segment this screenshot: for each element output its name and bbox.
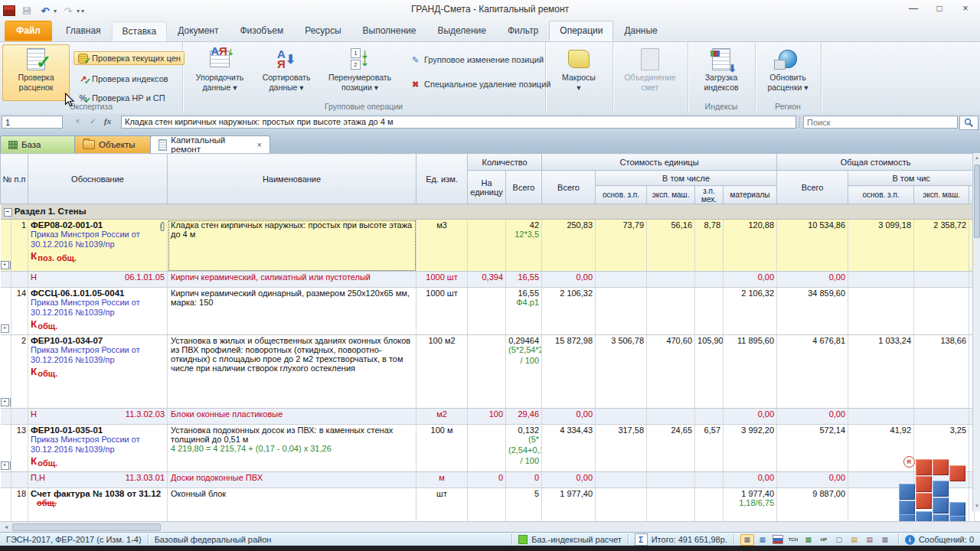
position-row-18[interactable]: 18 Счет фактура № 1038 от 31.12 общ. Око… bbox=[1, 488, 975, 522]
cell-uc-exp[interactable] bbox=[647, 272, 695, 288]
cell-justification[interactable]: ФЕР08-02-001-01 Приказ Минстроя России о… bbox=[28, 220, 168, 272]
page-view-icon[interactable]: ▢ bbox=[832, 534, 846, 546]
cell-tc-total[interactable]: 0,00 bbox=[777, 472, 848, 488]
cell-num[interactable] bbox=[11, 272, 28, 288]
cell-qty-total[interactable]: 0 bbox=[506, 472, 542, 488]
cell-uc-zpm[interactable]: 105,90 bbox=[695, 335, 724, 409]
cell-uc-osn[interactable] bbox=[596, 488, 647, 522]
cell-uc-exp[interactable]: 24,65 bbox=[647, 425, 695, 472]
cell-num[interactable]: 1 bbox=[11, 220, 28, 272]
cell-justification[interactable]: ФЕР10-01-034-07 Приказ Минстроя России о… bbox=[28, 335, 168, 409]
cell-tc-total[interactable]: 572,14 bbox=[777, 425, 848, 472]
doc-tab-kapremont[interactable]: Капитальный ремонт × bbox=[150, 135, 270, 153]
cell-tc-total[interactable]: 9 887,00 bbox=[777, 488, 848, 522]
cell-uc-zpm[interactable] bbox=[695, 409, 724, 425]
position-row-1[interactable]: + + 1 ФЕР08-02-001-01 Приказ Минстроя Ро… bbox=[1, 220, 975, 272]
resources-view-icon[interactable]: ▦ bbox=[756, 534, 769, 546]
horizontal-scrollbar[interactable]: ◄ bbox=[0, 521, 980, 532]
collapse-icon[interactable]: − bbox=[4, 208, 12, 217]
expand-icon[interactable]: + bbox=[1, 324, 9, 333]
cell-qty-per[interactable] bbox=[468, 335, 506, 409]
cell-unit[interactable]: м bbox=[416, 472, 468, 488]
cell-uc-zpm[interactable]: 6,57 bbox=[695, 425, 724, 472]
cell-tc-osn[interactable] bbox=[848, 409, 914, 425]
cell-qty-per[interactable] bbox=[468, 425, 506, 472]
cell-qty-per[interactable] bbox=[468, 288, 506, 335]
cell-uc-total[interactable]: 2 106,32 bbox=[542, 288, 596, 335]
cell-name[interactable]: Кладка стен кирпичных наружных: простых … bbox=[168, 220, 416, 272]
green-table-view-icon[interactable]: ▦ bbox=[802, 534, 815, 546]
cell-name[interactable]: Установка в жилых и общественных зданиях… bbox=[168, 335, 416, 409]
cell-qty-per[interactable]: 0 bbox=[468, 472, 506, 488]
tab-dannye[interactable]: Данные bbox=[613, 21, 668, 41]
cell-tc-exp[interactable]: 138,66 bbox=[914, 335, 969, 409]
special-delete-button[interactable]: ✖ Специальное удаление позиций bbox=[406, 77, 554, 91]
expand-icon[interactable]: + bbox=[1, 461, 9, 470]
order-data-button[interactable]: АЯ⇣ Упорядочить данные ▾ bbox=[188, 44, 251, 101]
load-indexes-button[interactable]: ⬇ Загрузка индексов bbox=[690, 44, 753, 101]
cell-unit[interactable]: 100 м2 bbox=[416, 335, 468, 409]
tab-file[interactable]: Файл bbox=[5, 21, 52, 41]
cell-uc-mat[interactable]: 11 895,60 bbox=[724, 335, 777, 409]
tab-glavnaya[interactable]: Главная bbox=[55, 21, 112, 41]
cell-num[interactable]: 2 bbox=[11, 335, 28, 409]
position-row-13[interactable]: + + 13 ФЕР10-01-035-01 Приказ Минстроя Р… bbox=[1, 425, 975, 472]
total-indicator[interactable]: Σ Итого: 491 651,98р. bbox=[629, 533, 733, 546]
cell-unit[interactable]: шт bbox=[416, 488, 468, 522]
cell-num[interactable]: 13 bbox=[11, 425, 28, 472]
close-button[interactable]: × bbox=[952, 0, 978, 17]
sort-data-button[interactable]: АЯ ⬇ Сортировать данные ▾ bbox=[255, 44, 318, 101]
cell-uc-osn[interactable]: 317,58 bbox=[596, 425, 647, 472]
cell-tc-total[interactable]: 10 534,86 bbox=[777, 220, 848, 272]
vertical-scrollbar[interactable]: ▲ ▼ bbox=[972, 153, 980, 511]
tab-vypolnenie[interactable]: Выполнение bbox=[352, 21, 427, 41]
cell-uc-exp[interactable] bbox=[647, 288, 695, 335]
cell-uc-osn[interactable]: 73,79 bbox=[596, 220, 647, 272]
tab-vydelenie[interactable]: Выделение bbox=[426, 21, 497, 41]
tab-fizobem[interactable]: Физобъем bbox=[229, 21, 294, 41]
tab-dokument[interactable]: Документ bbox=[167, 21, 229, 41]
cell-name[interactable]: Оконный блок bbox=[168, 488, 416, 522]
cell-uc-osn[interactable] bbox=[596, 288, 647, 335]
cell-qty-per[interactable]: 100 bbox=[468, 409, 506, 425]
resource-row[interactable]: Н11.3.02.03 Блоки оконные пластиковые м2… bbox=[1, 409, 975, 425]
check-current-prices-button[interactable]: ✓ Проверка текущих цен bbox=[74, 51, 185, 65]
cell-justification[interactable]: ФССЦ-06.1.01.05-0041 Приказ Минстроя Рос… bbox=[28, 288, 168, 335]
renumber-positions-button[interactable]: 12 ⇣⇣ Перенумеровать позиции ▾ bbox=[322, 44, 398, 101]
scroll-up-icon[interactable]: ▲ bbox=[973, 153, 980, 163]
cell-justification[interactable]: Н11.3.02.03 bbox=[28, 409, 168, 425]
cell-uc-zpm[interactable] bbox=[695, 488, 724, 522]
cell-name[interactable]: Блоки оконные пластиковые bbox=[168, 409, 416, 425]
section-row[interactable]: − Раздел 1. Стены bbox=[1, 204, 975, 220]
cell-uc-mat[interactable]: 1 977,40 1,18/6,75 bbox=[724, 488, 777, 522]
cell-uc-total[interactable]: 4 334,43 bbox=[542, 425, 596, 472]
tab-resursy[interactable]: Ресурсы bbox=[294, 21, 351, 41]
cell-qty-total[interactable]: 16,55 bbox=[506, 272, 542, 288]
cell-justification[interactable]: Н06.1.01.05 bbox=[28, 272, 168, 288]
cell-unit[interactable]: 100 м bbox=[416, 425, 468, 472]
cell-uc-exp[interactable]: 56,16 bbox=[647, 220, 695, 272]
cell-name[interactable]: Кирпич керамический одинарный, размером … bbox=[168, 288, 416, 335]
estimate-view-icon[interactable]: ▦ bbox=[740, 534, 754, 546]
position-row-14[interactable]: + 14 ФССЦ-06.1.01.05-0041 Приказ Минстро… bbox=[1, 288, 975, 335]
cell-name[interactable]: Установка подоконных досок из ПВХ: в кам… bbox=[168, 425, 416, 472]
cell-uc-mat[interactable]: 0,00 bbox=[724, 472, 777, 488]
cell-name[interactable]: Доски подоконные ПВХ bbox=[168, 472, 416, 488]
cell-uc-exp[interactable] bbox=[647, 472, 695, 488]
search-input[interactable] bbox=[803, 116, 958, 129]
cell-tc-total[interactable]: 0,00 bbox=[777, 272, 848, 288]
expand-icon[interactable]: + bbox=[10, 461, 11, 470]
macros-button[interactable]: Макросы▾ bbox=[547, 44, 610, 101]
cell-uc-exp[interactable] bbox=[647, 409, 695, 425]
expand-icon[interactable]: + bbox=[1, 398, 9, 406]
tab-vstavka[interactable]: Вставка bbox=[112, 21, 168, 41]
tab-close-icon[interactable]: × bbox=[257, 140, 262, 149]
expand-icon[interactable]: + bbox=[10, 261, 11, 269]
search-button[interactable] bbox=[959, 116, 978, 130]
cell-qty-total[interactable]: 0,132 (5*(2,54+0,1)) / 100 bbox=[506, 425, 542, 472]
cell-tc-exp[interactable] bbox=[914, 272, 969, 288]
cell-tc-osn[interactable]: 3 099,18 bbox=[848, 220, 914, 272]
resource-row[interactable]: Н06.1.01.05 Кирпич керамический, силикат… bbox=[1, 272, 975, 288]
cell-uc-osn[interactable] bbox=[596, 272, 647, 288]
cell-justification[interactable]: Счет фактура № 1038 от 31.12 общ. bbox=[28, 488, 168, 522]
